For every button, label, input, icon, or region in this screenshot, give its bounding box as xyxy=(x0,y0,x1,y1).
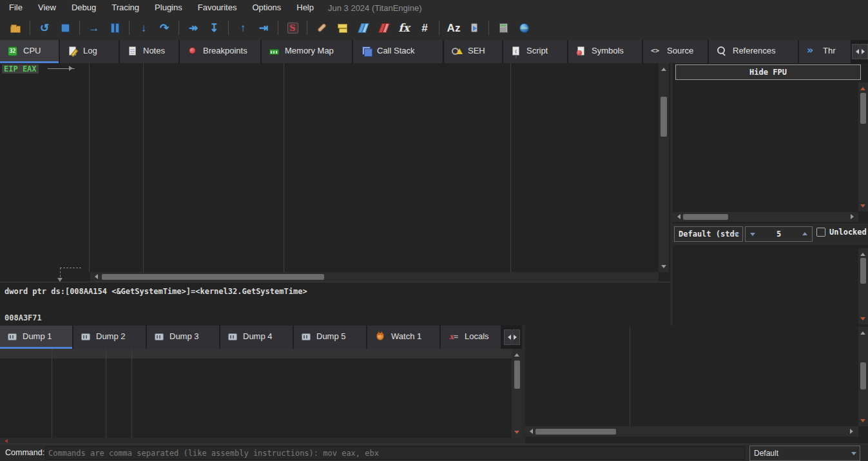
menu-item-view[interactable]: View xyxy=(30,0,64,15)
comments-button[interactable] xyxy=(334,19,351,36)
calculator-button[interactable] xyxy=(495,19,512,36)
restart-button[interactable]: ↺ xyxy=(36,19,53,36)
registers-vscrollbar[interactable] xyxy=(858,83,868,211)
scroll-down-icon[interactable] xyxy=(514,431,519,436)
scroll-down-icon[interactable] xyxy=(860,419,865,425)
scroll-left-icon[interactable] xyxy=(527,429,533,434)
step-over-button[interactable]: ↷ xyxy=(156,19,173,36)
trace-into-button[interactable] xyxy=(354,19,371,36)
tab-scroll-right-button[interactable] xyxy=(860,44,868,59)
scroll-up-icon[interactable] xyxy=(514,351,519,357)
scroll-down-icon[interactable] xyxy=(860,317,865,323)
attach-icon xyxy=(471,23,477,32)
scroll-up-icon[interactable] xyxy=(661,65,666,71)
dump-tab-scroll-left-button[interactable] xyxy=(504,329,512,345)
scroll-up-icon[interactable] xyxy=(860,84,865,90)
scroll-right-icon[interactable] xyxy=(851,214,856,219)
toolbar-separator xyxy=(228,21,229,35)
tab-log[interactable]: Log xyxy=(60,40,119,63)
function-button[interactable]: fx xyxy=(396,19,412,36)
step-out-icon: ↧ xyxy=(209,23,218,34)
scroll-left-icon[interactable] xyxy=(92,274,98,279)
menu-item-debug[interactable]: Debug xyxy=(64,0,104,15)
tab-dump-4[interactable]: Dump 4 xyxy=(220,326,293,349)
command-profile-dropdown[interactable]: Default xyxy=(749,446,860,461)
chevron-right-icon xyxy=(862,49,867,54)
tab-dump-3[interactable]: Dump 3 xyxy=(147,326,219,349)
argument-count-spinner[interactable]: 5 xyxy=(745,226,813,242)
run-to-cursor-button[interactable]: ↠ xyxy=(185,19,202,36)
menu-item-options[interactable]: Options xyxy=(244,0,289,15)
tab-breakpoints[interactable]: Breakpoints xyxy=(180,40,260,63)
scroll-up-icon[interactable] xyxy=(860,329,865,335)
tab-watch-1[interactable]: Watch 1 xyxy=(367,326,439,349)
scroll-thumb[interactable] xyxy=(683,214,728,220)
restart-icon: ↺ xyxy=(40,23,49,34)
tab-references[interactable]: References xyxy=(709,40,798,63)
stop-button[interactable] xyxy=(57,19,73,36)
tab-source[interactable]: Source xyxy=(643,40,708,63)
tab-dump-1[interactable]: Dump 1 xyxy=(0,326,72,349)
tab-script[interactable]: Script xyxy=(503,40,567,63)
scroll-up-icon[interactable] xyxy=(860,250,865,256)
step-out-button[interactable]: ↧ xyxy=(206,19,222,36)
execute-till-return-button[interactable]: ↑ xyxy=(235,19,251,36)
dump-tab-scroll-right-button[interactable] xyxy=(512,329,520,345)
stack-vscrollbar[interactable] xyxy=(858,327,868,426)
scroll-thumb[interactable] xyxy=(535,429,616,435)
trace-over-button[interactable] xyxy=(375,19,392,36)
command-input[interactable] xyxy=(45,446,745,460)
tab-symbols[interactable]: Symbols xyxy=(568,40,642,63)
open-file-button[interactable] xyxy=(7,19,24,36)
menu-item-help[interactable]: Help xyxy=(289,0,322,15)
scroll-down-icon[interactable] xyxy=(860,204,865,210)
tab-label: Thr xyxy=(823,46,836,55)
dump-hscroll-left-icon[interactable] xyxy=(3,439,8,443)
hide-fpu-button[interactable]: Hide FPU xyxy=(675,64,861,80)
tab-thr[interactable]: Thr xyxy=(799,40,851,63)
internet-button[interactable] xyxy=(516,19,532,36)
scroll-thumb[interactable] xyxy=(860,93,866,124)
scroll-down-icon[interactable] xyxy=(661,265,666,271)
tab-memory-map[interactable]: Memory Map xyxy=(262,40,352,63)
labels-button[interactable]: # xyxy=(416,19,433,36)
dump-vscrollbar[interactable] xyxy=(512,349,522,438)
tab-scroll-left-button[interactable] xyxy=(852,44,860,59)
menu-item-file[interactable]: File xyxy=(1,0,30,15)
pause-button[interactable] xyxy=(106,19,123,36)
eip-arrow-icon xyxy=(48,68,75,69)
disassembly-panel: EIP EAX xyxy=(0,63,670,282)
scroll-thumb[interactable] xyxy=(661,97,667,137)
tab-seh[interactable]: SEH xyxy=(444,40,502,63)
scroll-thumb[interactable] xyxy=(102,274,324,280)
strings-button[interactable]: Az xyxy=(445,19,462,36)
calculator-icon xyxy=(499,23,508,33)
scroll-thumb[interactable] xyxy=(514,360,520,389)
registers-hscrollbar[interactable] xyxy=(673,212,858,222)
step-into-button[interactable]: ↓ xyxy=(135,19,152,36)
unlocked-checkbox[interactable] xyxy=(816,228,825,237)
disasm-vscrollbar[interactable] xyxy=(659,63,669,272)
patches-button[interactable] xyxy=(313,19,330,36)
settings-button[interactable] xyxy=(284,19,301,36)
scroll-right-icon[interactable] xyxy=(850,429,856,434)
arguments-vscrollbar[interactable] xyxy=(858,248,868,324)
tab-locals[interactable]: Locals xyxy=(441,326,501,349)
scroll-thumb[interactable] xyxy=(860,258,866,284)
run-button[interactable]: → xyxy=(86,19,102,36)
tab-dump-2[interactable]: Dump 2 xyxy=(73,326,146,349)
tab-dump-5[interactable]: Dump 5 xyxy=(294,326,366,349)
calling-convention-dropdown[interactable]: Default (stdc xyxy=(674,226,743,242)
tab-notes[interactable]: Notes xyxy=(120,40,178,63)
tab-cpu[interactable]: CPU xyxy=(0,40,59,63)
scroll-left-icon[interactable] xyxy=(675,214,680,219)
menu-item-plugins[interactable]: Plugins xyxy=(147,0,190,15)
stack-hscrollbar[interactable] xyxy=(525,426,858,436)
menu-item-tracing[interactable]: Tracing xyxy=(104,0,147,15)
tab-call-stack[interactable]: Call Stack xyxy=(353,40,443,63)
run-to-user-code-button[interactable]: ⇥ xyxy=(255,19,272,36)
scroll-thumb[interactable] xyxy=(860,362,866,389)
attach-button[interactable] xyxy=(466,19,483,36)
disasm-hscrollbar[interactable] xyxy=(90,272,659,282)
menu-item-favourites[interactable]: Favourites xyxy=(190,0,245,15)
